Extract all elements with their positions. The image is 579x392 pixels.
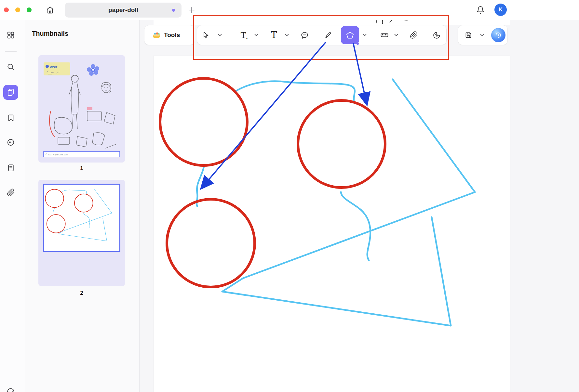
- document-icon: [7, 164, 15, 172]
- help-icon: [7, 387, 15, 392]
- select-tool-dropdown[interactable]: [217, 29, 222, 42]
- sticker-tool-button[interactable]: [430, 29, 443, 42]
- sidebar-item-bookmarks[interactable]: [3, 110, 18, 125]
- add-text-dropdown[interactable]: [284, 29, 290, 42]
- svg-text:© 2007 PaperDolls.com: © 2007 PaperDolls.com: [46, 153, 68, 156]
- pentagon-icon: [346, 31, 354, 39]
- shapes-tool-button[interactable]: [341, 26, 359, 44]
- edit-text-tool-button[interactable]: T ▲: [237, 29, 250, 42]
- search-icon: [7, 63, 15, 71]
- tools-button[interactable]: Tools: [144, 25, 195, 45]
- shape-color-dot: [357, 43, 359, 45]
- notifications-button[interactable]: [475, 5, 486, 16]
- thumbnail-page-1[interactable]: UPDF: [38, 55, 125, 163]
- main-toolbar: T ▲ T: [197, 25, 446, 45]
- tools-button-group: Tools: [144, 25, 195, 45]
- chevron-down-icon: [480, 34, 484, 36]
- save-button[interactable]: [462, 29, 475, 42]
- page2-preview: [44, 185, 119, 251]
- paperclip-icon: [7, 189, 15, 197]
- titlebar: paper-doll K: [0, 0, 579, 20]
- page-number-2: 2: [38, 290, 125, 296]
- page-number-1: 1: [38, 165, 125, 172]
- pages-icon: [7, 88, 15, 97]
- thumbnail-page-2[interactable]: [38, 180, 125, 286]
- thumbnails-title: Thumbnails: [32, 30, 68, 37]
- chevron-down-icon: [218, 34, 222, 36]
- select-tool-button[interactable]: [200, 29, 213, 42]
- thumbnails-panel: Thumbnails UPDF: [25, 20, 140, 392]
- comment-bubble-icon: [7, 138, 15, 147]
- zoom-window-button[interactable]: [27, 7, 32, 12]
- edit-text-icon: T ▲: [241, 31, 246, 39]
- comment-tool-button[interactable]: [298, 29, 311, 42]
- plus-icon: [188, 7, 195, 14]
- sidebar-item-pages[interactable]: [3, 160, 18, 175]
- sidebar-item-bottom[interactable]: [3, 384, 18, 392]
- save-icon: [465, 31, 472, 39]
- canvas-drawing: [154, 56, 510, 392]
- chevron-down-icon: [285, 34, 289, 36]
- sidebar-item-search[interactable]: [3, 59, 18, 74]
- sidebar-item-comments[interactable]: [3, 135, 18, 150]
- pen-icon: [324, 31, 332, 39]
- right-toolbar: [458, 25, 507, 45]
- edit-text-dropdown[interactable]: [254, 29, 259, 42]
- app-window: paper-doll K: [0, 0, 579, 392]
- minimize-window-button[interactable]: [15, 7, 20, 12]
- pen-tool-button[interactable]: [321, 29, 334, 42]
- ruler-icon: [380, 31, 389, 39]
- sidebar-item-apps[interactable]: [3, 28, 18, 43]
- ai-assistant-button[interactable]: [491, 28, 505, 42]
- page-sliver: [154, 20, 510, 25]
- home-icon: [46, 6, 54, 14]
- sidebar-item-attachments[interactable]: [3, 185, 18, 200]
- canvas-page[interactable]: [154, 56, 510, 392]
- avatar-initial: K: [499, 7, 503, 13]
- document-tab[interactable]: paper-doll: [65, 3, 182, 18]
- tab-title: paper-doll: [108, 7, 138, 14]
- tools-label: Tools: [164, 25, 180, 45]
- comment-icon: [301, 31, 309, 39]
- paperclip-icon: [410, 31, 418, 39]
- bookmark-icon: [7, 114, 15, 122]
- sticker-icon: [433, 31, 441, 39]
- grid-icon: [7, 31, 15, 39]
- sidebar-rail: [0, 20, 26, 392]
- home-button[interactable]: [44, 4, 56, 16]
- ai-sparkle-icon: [493, 30, 503, 40]
- save-dropdown[interactable]: [479, 29, 485, 42]
- toolbox-icon: [152, 31, 161, 39]
- close-window-button[interactable]: [4, 7, 9, 12]
- sidebar-divider: [5, 51, 17, 52]
- svg-text:UPDF: UPDF: [50, 65, 58, 68]
- measure-dropdown[interactable]: [394, 29, 399, 42]
- chevron-down-icon: [363, 34, 367, 36]
- user-avatar[interactable]: K: [494, 4, 507, 16]
- chevron-down-icon: [394, 34, 398, 36]
- shapes-dropdown[interactable]: [362, 29, 367, 42]
- text-icon: T: [271, 31, 277, 40]
- sidebar-item-thumbnails[interactable]: [3, 85, 18, 100]
- measure-tool-button[interactable]: [378, 29, 391, 42]
- page1-preview: UPDF: [38, 55, 125, 163]
- unsaved-dot: [172, 9, 175, 12]
- page2-selected-frame: [43, 184, 120, 252]
- cursor-icon: [202, 31, 210, 39]
- new-tab-button[interactable]: [187, 5, 196, 15]
- chevron-down-icon: [254, 34, 258, 36]
- attachment-tool-button[interactable]: [407, 29, 420, 42]
- bell-icon: [476, 6, 485, 14]
- add-text-tool-button[interactable]: T: [267, 29, 280, 42]
